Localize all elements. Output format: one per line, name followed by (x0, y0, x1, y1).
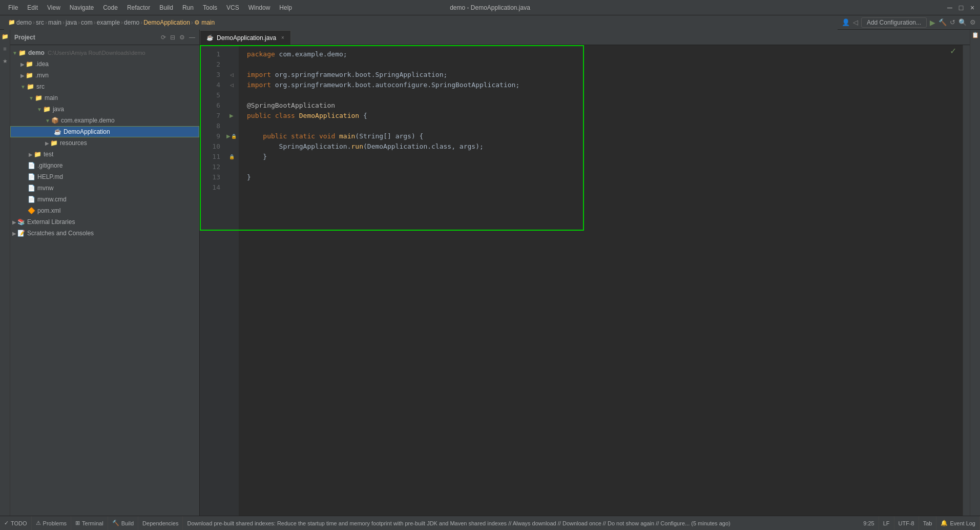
code-content[interactable]: package com.example.demo; import org.spr… (239, 45, 963, 516)
status-dependencies[interactable]: Dependencies (138, 516, 183, 531)
status-todo[interactable]: ✓ TODO (0, 516, 32, 531)
menu-refactor[interactable]: Refactor (123, 3, 154, 12)
tree-item-demo-root[interactable]: ▼ 📁 demo C:\Users\Amiya Rout\Downloads\d… (10, 47, 199, 58)
minimize-button[interactable]: ─ (946, 4, 953, 11)
breadcrumb-method[interactable]: ⚙ main (194, 19, 215, 26)
tree-label-src: src (36, 83, 45, 90)
tree-item-package[interactable]: ▼ 📦 com.example.demo (10, 115, 199, 126)
tree-item-mvnw[interactable]: 📄 mvnw (10, 182, 199, 194)
gutter-10 (224, 141, 239, 152)
breadcrumb-src[interactable]: src (36, 19, 44, 26)
menu-vcs[interactable]: VCS (222, 3, 243, 12)
arrow-expand-package: ▼ (45, 118, 50, 124)
breadcrumb-example[interactable]: example (97, 19, 120, 26)
tree-item-java[interactable]: ▼ 📁 java (10, 104, 199, 115)
status-terminal[interactable]: ⊞ Terminal (71, 516, 108, 531)
tab-close-icon[interactable]: × (281, 35, 284, 40)
status-message: Download pre-built shared indexes: Reduc… (183, 520, 859, 526)
tree-item-helpmd[interactable]: 📄 HELP.md (10, 171, 199, 182)
add-configuration-button[interactable]: Add Configuration... (861, 17, 927, 28)
reload-icon[interactable]: ↺ (950, 18, 955, 26)
menu-code[interactable]: Code (99, 3, 122, 12)
collapse-all-icon[interactable]: ⊟ (170, 34, 175, 41)
breadcrumb-sep-6: › (121, 19, 123, 26)
todo-icon: ✓ (4, 520, 9, 526)
folder-icon-idea: 📁 (26, 60, 33, 68)
tree-item-demoapplication[interactable]: ☕ DemoApplication (10, 126, 199, 137)
sync-icon[interactable]: ⟳ (161, 34, 166, 41)
menu-help[interactable]: Help (275, 3, 296, 12)
editor-scrollbar[interactable] (963, 45, 970, 516)
status-encoding[interactable]: UTF-8 (894, 516, 919, 531)
tree-item-scratches[interactable]: ▶ 📝 Scratches and Consoles (10, 228, 199, 239)
favorites-icon[interactable]: ★ (1, 56, 10, 66)
tree-item-src[interactable]: ▼ 📁 src (10, 81, 199, 92)
profile-icon[interactable]: 👤 (842, 18, 850, 26)
line-num-8: 8 (200, 121, 220, 131)
breadcrumb-sep-2: › (45, 19, 47, 26)
tree-item-idea[interactable]: ▶ 📁 .idea (10, 58, 199, 70)
code-line-6: @SpringBootApplication (247, 100, 954, 111)
breadcrumb-demo[interactable]: demo (16, 19, 32, 26)
project-panel-icon[interactable]: 📁 (1, 32, 10, 41)
menu-navigate[interactable]: Navigate (66, 3, 98, 12)
menu-window[interactable]: Window (244, 3, 275, 12)
status-build[interactable]: 🔨 Build (108, 516, 138, 531)
arrow-collapse-idea: ▶ (20, 62, 25, 67)
line-numbers: 1 2 3 4 5 6 7 8 9 10 11 12 13 14 (200, 45, 224, 516)
breadcrumb-java[interactable]: java (66, 19, 77, 26)
breadcrumb-class[interactable]: DemoApplication (143, 19, 190, 26)
back-icon[interactable]: ◁ (853, 18, 858, 26)
close-sidebar-icon[interactable]: — (189, 34, 195, 41)
line-num-6: 6 (200, 100, 220, 111)
right-panel-icon[interactable]: 📋 (972, 32, 979, 38)
project-icon: 📁 (8, 19, 15, 26)
structure-icon[interactable]: ≡ (1, 44, 10, 53)
file-icon-gitignore: 📄 (28, 162, 35, 169)
status-eventlog[interactable]: 🔔 Event Log (936, 516, 980, 531)
status-problems[interactable]: ⚠ Problems (32, 516, 71, 531)
menu-build[interactable]: Build (155, 3, 177, 12)
status-linesep[interactable]: LF (879, 516, 894, 531)
menu-edit[interactable]: Edit (23, 3, 42, 12)
tree-label-scratches: Scratches and Consoles (27, 230, 94, 237)
breadcrumb-main[interactable]: main (48, 19, 61, 26)
folder-icon-java: 📁 (43, 106, 51, 113)
code-line-9: public static void main(String[] args) { (247, 131, 954, 141)
line-num-7: 7 (200, 111, 220, 121)
tree-item-main[interactable]: ▼ 📁 main (10, 92, 199, 104)
menu-tools[interactable]: Tools (199, 3, 221, 12)
maximize-button[interactable]: □ (957, 4, 965, 11)
tree-item-test[interactable]: ▶ 📁 test (10, 149, 199, 160)
status-linecol[interactable]: 9:25 (859, 516, 879, 531)
menu-file[interactable]: File (4, 3, 22, 12)
breadcrumb-com[interactable]: com (81, 19, 93, 26)
tree-item-resources[interactable]: ▶ 📁 resources (10, 137, 199, 149)
tab-demoapplication[interactable]: ☕ DemoApplication.java × (200, 30, 291, 45)
tree-item-mvnwcmd[interactable]: 📄 mvnw.cmd (10, 194, 199, 205)
run-button[interactable]: ▶ (930, 18, 935, 27)
gutter-7-run[interactable]: ▶ (224, 111, 239, 121)
line-num-13: 13 (200, 172, 220, 182)
menu-run[interactable]: Run (178, 3, 198, 12)
tree-item-external-libs[interactable]: ▶ 📚 External Libraries (10, 216, 199, 228)
tree-item-gitignore[interactable]: 📄 .gitignore (10, 160, 199, 171)
toolbar-right: 👤 ◁ Add Configuration... ▶ 🔨 ↺ 🔍 ⚙ (842, 17, 976, 28)
tree-label-demoapplication: DemoApplication (64, 128, 110, 135)
breadcrumb-demo2[interactable]: demo (124, 19, 139, 26)
search-icon[interactable]: 🔍 (958, 18, 967, 26)
status-indent[interactable]: Tab (919, 516, 937, 531)
gutter-9-run[interactable]: ▶🔒 (224, 131, 239, 141)
sidebar-tools: ⟳ ⊟ ⚙ — (161, 34, 195, 41)
tree-item-mvn[interactable]: ▶ 📁 .mvn (10, 70, 199, 81)
settings-icon[interactable]: ⚙ (970, 18, 976, 26)
folder-icon-src: 📁 (27, 83, 34, 90)
line-num-9: 9 (200, 131, 220, 141)
build-icon[interactable]: 🔨 (939, 18, 947, 26)
code-line-13: } (247, 172, 954, 182)
menu-view[interactable]: View (43, 3, 65, 12)
settings-tree-icon[interactable]: ⚙ (179, 34, 185, 41)
line-num-5: 5 (200, 90, 220, 100)
close-button[interactable]: × (969, 4, 976, 11)
tree-item-pomxml[interactable]: 🔶 pom.xml (10, 205, 199, 216)
